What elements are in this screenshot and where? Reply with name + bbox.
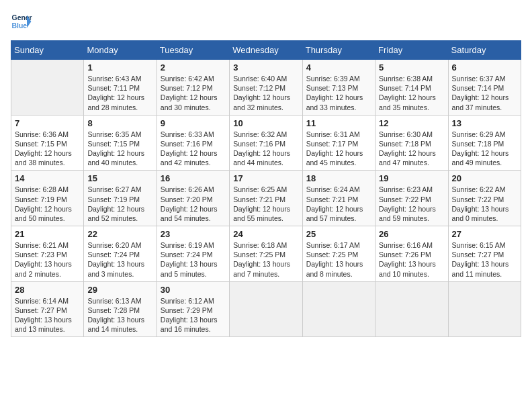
day-number: 25 (306, 229, 371, 239)
day-info: Sunrise: 6:28 AM Sunset: 7:19 PM Dayligh… (15, 185, 80, 223)
day-info: Sunrise: 6:15 AM Sunset: 7:27 PM Dayligh… (452, 240, 517, 279)
day-number: 23 (161, 229, 226, 239)
day-cell: 18Sunrise: 6:24 AM Sunset: 7:21 PM Dayli… (302, 171, 375, 226)
day-cell (230, 281, 302, 337)
day-cell: 3Sunrise: 6:40 AM Sunset: 7:12 PM Daylig… (230, 60, 302, 116)
day-info: Sunrise: 6:31 AM Sunset: 7:17 PM Dayligh… (306, 130, 371, 168)
day-number: 21 (15, 229, 80, 239)
day-cell: 17Sunrise: 6:25 AM Sunset: 7:21 PM Dayli… (230, 171, 302, 226)
day-number: 2 (161, 62, 226, 73)
day-info: Sunrise: 6:14 AM Sunset: 7:27 PM Dayligh… (15, 296, 80, 334)
day-number: 13 (452, 118, 517, 128)
svg-text:Blue: Blue (12, 22, 28, 30)
day-number: 15 (87, 173, 152, 183)
day-cell (448, 281, 521, 337)
day-cell: 24Sunrise: 6:18 AM Sunset: 7:25 PM Dayli… (230, 226, 302, 282)
day-cell: 26Sunrise: 6:16 AM Sunset: 7:26 PM Dayli… (375, 226, 448, 282)
day-cell: 27Sunrise: 6:15 AM Sunset: 7:27 PM Dayli… (448, 226, 521, 282)
day-info: Sunrise: 6:36 AM Sunset: 7:15 PM Dayligh… (15, 130, 80, 168)
day-info: Sunrise: 6:24 AM Sunset: 7:21 PM Dayligh… (306, 185, 371, 223)
day-number: 9 (161, 118, 226, 128)
day-info: Sunrise: 6:20 AM Sunset: 7:24 PM Dayligh… (87, 240, 152, 279)
day-cell: 13Sunrise: 6:29 AM Sunset: 7:18 PM Dayli… (448, 115, 521, 171)
page-header: General Blue (11, 11, 521, 32)
column-header-sunday: Sunday (11, 41, 84, 60)
day-cell: 2Sunrise: 6:42 AM Sunset: 7:12 PM Daylig… (157, 60, 229, 116)
day-number: 29 (87, 285, 152, 295)
day-cell: 10Sunrise: 6:32 AM Sunset: 7:16 PM Dayli… (230, 115, 302, 171)
week-row-2: 7Sunrise: 6:36 AM Sunset: 7:15 PM Daylig… (11, 115, 521, 171)
column-header-saturday: Saturday (448, 41, 521, 60)
day-info: Sunrise: 6:30 AM Sunset: 7:18 PM Dayligh… (379, 130, 444, 168)
day-number: 5 (379, 62, 444, 73)
day-info: Sunrise: 6:38 AM Sunset: 7:14 PM Dayligh… (379, 74, 444, 112)
day-cell: 6Sunrise: 6:37 AM Sunset: 7:14 PM Daylig… (448, 60, 521, 116)
week-row-4: 21Sunrise: 6:21 AM Sunset: 7:23 PM Dayli… (11, 226, 521, 282)
day-cell (302, 281, 375, 337)
day-cell: 4Sunrise: 6:39 AM Sunset: 7:13 PM Daylig… (302, 60, 375, 116)
week-row-3: 14Sunrise: 6:28 AM Sunset: 7:19 PM Dayli… (11, 171, 521, 226)
day-info: Sunrise: 6:32 AM Sunset: 7:16 PM Dayligh… (233, 130, 298, 168)
day-cell: 25Sunrise: 6:17 AM Sunset: 7:25 PM Dayli… (302, 226, 375, 282)
day-info: Sunrise: 6:22 AM Sunset: 7:22 PM Dayligh… (452, 185, 517, 223)
day-info: Sunrise: 6:23 AM Sunset: 7:22 PM Dayligh… (379, 185, 444, 223)
day-number: 4 (306, 62, 371, 73)
logo: General Blue (11, 11, 32, 32)
day-info: Sunrise: 6:19 AM Sunset: 7:24 PM Dayligh… (161, 240, 226, 279)
day-cell: 20Sunrise: 6:22 AM Sunset: 7:22 PM Dayli… (448, 171, 521, 226)
day-number: 14 (15, 173, 80, 183)
day-info: Sunrise: 6:39 AM Sunset: 7:13 PM Dayligh… (306, 74, 371, 112)
day-number: 1 (87, 62, 152, 73)
column-header-wednesday: Wednesday (230, 41, 302, 60)
day-cell: 21Sunrise: 6:21 AM Sunset: 7:23 PM Dayli… (11, 226, 84, 282)
day-cell: 7Sunrise: 6:36 AM Sunset: 7:15 PM Daylig… (11, 115, 84, 171)
calendar-header-row: SundayMondayTuesdayWednesdayThursdayFrid… (11, 41, 521, 60)
day-number: 12 (379, 118, 444, 128)
day-info: Sunrise: 6:13 AM Sunset: 7:28 PM Dayligh… (87, 296, 152, 334)
day-number: 22 (87, 229, 152, 239)
day-number: 20 (452, 173, 517, 183)
day-info: Sunrise: 6:42 AM Sunset: 7:12 PM Dayligh… (161, 74, 226, 112)
column-header-tuesday: Tuesday (157, 41, 229, 60)
day-number: 6 (452, 62, 517, 73)
day-cell: 28Sunrise: 6:14 AM Sunset: 7:27 PM Dayli… (11, 281, 84, 337)
day-number: 28 (15, 285, 80, 295)
day-cell: 19Sunrise: 6:23 AM Sunset: 7:22 PM Dayli… (375, 171, 448, 226)
day-number: 26 (379, 229, 444, 239)
day-number: 27 (452, 229, 517, 239)
day-info: Sunrise: 6:25 AM Sunset: 7:21 PM Dayligh… (233, 185, 298, 223)
day-number: 17 (233, 173, 298, 183)
day-info: Sunrise: 6:17 AM Sunset: 7:25 PM Dayligh… (306, 240, 371, 279)
day-cell: 15Sunrise: 6:27 AM Sunset: 7:19 PM Dayli… (84, 171, 157, 226)
day-number: 19 (379, 173, 444, 183)
day-cell: 12Sunrise: 6:30 AM Sunset: 7:18 PM Dayli… (375, 115, 448, 171)
day-number: 11 (306, 118, 371, 128)
day-info: Sunrise: 6:35 AM Sunset: 7:15 PM Dayligh… (87, 130, 152, 168)
day-cell: 16Sunrise: 6:26 AM Sunset: 7:20 PM Dayli… (157, 171, 229, 226)
column-header-thursday: Thursday (302, 41, 375, 60)
logo-icon: General Blue (11, 11, 32, 32)
day-info: Sunrise: 6:12 AM Sunset: 7:29 PM Dayligh… (161, 296, 226, 334)
day-cell (11, 60, 84, 116)
day-number: 3 (233, 62, 298, 73)
day-cell (375, 281, 448, 337)
column-header-friday: Friday (375, 41, 448, 60)
day-cell: 1Sunrise: 6:43 AM Sunset: 7:11 PM Daylig… (84, 60, 157, 116)
day-info: Sunrise: 6:21 AM Sunset: 7:23 PM Dayligh… (15, 240, 80, 279)
day-number: 30 (161, 285, 226, 295)
day-cell: 5Sunrise: 6:38 AM Sunset: 7:14 PM Daylig… (375, 60, 448, 116)
day-cell: 9Sunrise: 6:33 AM Sunset: 7:16 PM Daylig… (157, 115, 229, 171)
day-cell: 23Sunrise: 6:19 AM Sunset: 7:24 PM Dayli… (157, 226, 229, 282)
day-number: 16 (161, 173, 226, 183)
day-info: Sunrise: 6:27 AM Sunset: 7:19 PM Dayligh… (87, 185, 152, 223)
day-info: Sunrise: 6:40 AM Sunset: 7:12 PM Dayligh… (233, 74, 298, 112)
calendar-table: SundayMondayTuesdayWednesdayThursdayFrid… (11, 40, 521, 337)
day-cell: 30Sunrise: 6:12 AM Sunset: 7:29 PM Dayli… (157, 281, 229, 337)
day-info: Sunrise: 6:29 AM Sunset: 7:18 PM Dayligh… (452, 130, 517, 168)
day-cell: 11Sunrise: 6:31 AM Sunset: 7:17 PM Dayli… (302, 115, 375, 171)
day-cell: 8Sunrise: 6:35 AM Sunset: 7:15 PM Daylig… (84, 115, 157, 171)
day-number: 8 (87, 118, 152, 128)
day-number: 18 (306, 173, 371, 183)
day-info: Sunrise: 6:37 AM Sunset: 7:14 PM Dayligh… (452, 74, 517, 112)
week-row-5: 28Sunrise: 6:14 AM Sunset: 7:27 PM Dayli… (11, 281, 521, 337)
